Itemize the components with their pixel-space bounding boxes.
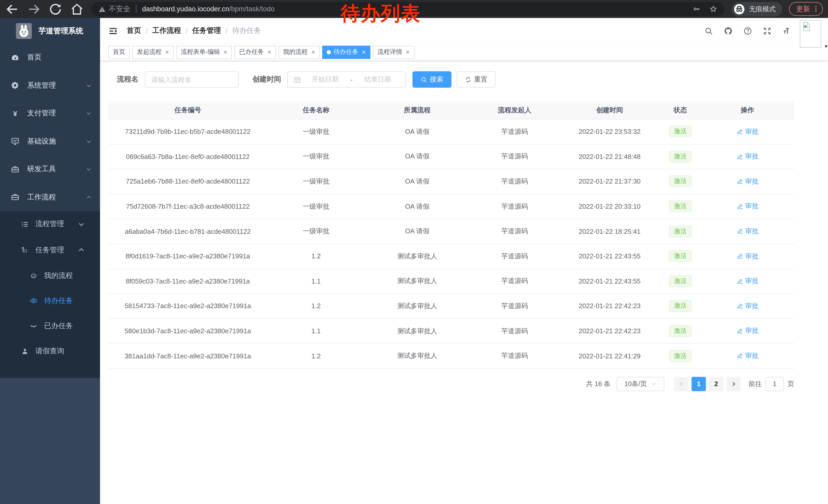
goto-unit: 页	[787, 379, 794, 388]
fullscreen-icon[interactable]	[763, 27, 772, 35]
browser-reload-icon[interactable]	[48, 2, 63, 16]
cell-status: 激活	[660, 176, 701, 187]
sidebar-item-infra[interactable]: 基础设施	[0, 127, 100, 155]
close-tab-icon[interactable]: ×	[165, 49, 169, 55]
cell-task-name: 1.1	[267, 277, 365, 285]
help-icon[interactable]	[743, 27, 752, 35]
avatar-caret-icon[interactable]: ▾	[825, 43, 827, 50]
approve-link-label: 审批	[745, 301, 758, 311]
browser-update-button[interactable]: 更新	[789, 2, 823, 16]
reset-button[interactable]: 重置	[457, 71, 496, 88]
sidebar-item-done-tasks[interactable]: 已办任务	[0, 313, 100, 338]
url-host: dashboard.yudao.iocoder.cn	[142, 5, 229, 13]
browser-back-icon[interactable]	[5, 2, 19, 16]
address-bar[interactable]: 不安全 dashboard.yudao.iocoder.cn/bpm/task/…	[91, 2, 724, 16]
tab-form-edit[interactable]: 流程表单-编辑×	[176, 45, 232, 59]
sidebar-item-system[interactable]: 系统管理	[0, 72, 100, 99]
close-tab-icon[interactable]: ×	[406, 49, 410, 55]
sidebar-item-payment[interactable]: ¥支付管理	[0, 99, 100, 127]
cell-initiator: 芋道源码	[470, 302, 560, 311]
approve-link[interactable]: 审批	[736, 301, 758, 311]
approve-link[interactable]: 审批	[736, 251, 758, 261]
key-icon[interactable]	[693, 5, 701, 13]
tab-my-process[interactable]: 我的流程×	[279, 45, 320, 59]
cell-action: 审批	[701, 351, 794, 361]
close-tab-icon[interactable]: ×	[223, 49, 227, 55]
tab-todo-tasks[interactable]: 待办任务×	[322, 45, 370, 59]
approve-link[interactable]: 审批	[736, 202, 758, 211]
page-button-2[interactable]: 2	[709, 377, 723, 391]
font-size-icon[interactable]	[782, 27, 791, 35]
tab-start-process[interactable]: 发起流程×	[132, 45, 174, 59]
process-name-input[interactable]	[145, 71, 239, 88]
cell-task-id: 8f0d1619-7ac8-11ec-a9e2-a2380e71991a	[108, 253, 267, 260]
cell-status: 激活	[660, 200, 701, 212]
table-header: 任务编号任务名称所属流程流程发起人创建时间状态操作	[108, 101, 794, 120]
app-title: 芋道管理系统	[38, 26, 83, 36]
app-logo-row[interactable]: 芋道管理系统	[0, 18, 100, 44]
sidebar-item-label: 任务管理	[35, 245, 100, 255]
approve-link[interactable]: 审批	[736, 351, 758, 360]
status-badge: 激活	[669, 225, 692, 237]
browser-menu-icon[interactable]	[812, 5, 820, 13]
approve-link[interactable]: 审批	[736, 127, 758, 136]
breadcrumb-item[interactable]: 首页	[127, 26, 141, 35]
breadcrumb-item[interactable]: 工作流程	[152, 26, 181, 35]
star-bookmark-icon[interactable]	[709, 5, 717, 13]
sidebar-item-task-mgmt[interactable]: 任务管理	[0, 237, 100, 263]
browser-toolbar: 不安全 dashboard.yudao.iocoder.cn/bpm/task/…	[0, 0, 828, 18]
approve-link[interactable]: 审批	[736, 177, 758, 186]
search-button[interactable]: 搜索	[412, 71, 451, 88]
chevron-down-icon	[86, 166, 92, 173]
incognito-icon	[734, 3, 745, 15]
sidebar-item-process-mgmt[interactable]: 流程管理	[0, 211, 100, 237]
sidebar-fold-icon[interactable]	[108, 26, 118, 36]
page-size-select[interactable]: 10条/页	[617, 377, 664, 391]
cell-action: 审批	[701, 276, 794, 286]
cell-task-name: 一级审批	[267, 127, 365, 136]
security-warning[interactable]: 不安全	[98, 4, 130, 13]
tab-process-detail[interactable]: 流程详情×	[373, 45, 414, 59]
sidebar-item-devtools[interactable]: 研发工具	[0, 155, 100, 183]
github-icon[interactable]	[724, 27, 733, 35]
sidebar-item-home[interactable]: 首页	[0, 44, 100, 72]
cell-process: OA 请假	[365, 177, 470, 186]
cell-task-name: 一级审批	[267, 202, 365, 211]
close-tab-icon[interactable]: ×	[312, 49, 315, 55]
sidebar-item-leave-query[interactable]: 请假查询	[0, 338, 100, 364]
sidebar-item-label: 已办任务	[44, 321, 100, 330]
prev-page-button[interactable]	[674, 377, 689, 391]
sidebar-item-my-process[interactable]: 我的流程	[0, 263, 100, 288]
refresh-icon	[465, 76, 471, 83]
main-area: 首页/工作流程/任务管理/待办任务 ▾ 首页发起流程×流程表单-编辑×已办任务×…	[100, 18, 828, 504]
cell-process: 测试多审批人	[365, 351, 470, 360]
approve-link[interactable]: 审批	[736, 326, 758, 335]
edit-icon	[736, 278, 743, 284]
approve-link[interactable]: 审批	[736, 152, 758, 161]
search-icon[interactable]	[704, 27, 713, 35]
cell-initiator: 芋道源码	[470, 152, 560, 161]
approve-link[interactable]: 审批	[736, 227, 758, 236]
cell-created-time: 2022-01-21 22:41:29	[560, 352, 659, 360]
page-button-1[interactable]: 1	[692, 377, 706, 391]
sidebar-item-workflow[interactable]: 工作流程	[0, 183, 100, 211]
avatar[interactable]	[800, 20, 821, 48]
goto-page-input[interactable]	[765, 377, 784, 391]
browser-home-icon[interactable]	[70, 2, 84, 16]
cell-action: 审批	[701, 127, 794, 136]
approve-link[interactable]: 审批	[736, 276, 758, 286]
close-tab-icon[interactable]: ×	[267, 49, 271, 55]
cell-created-time: 2022-01-22 21:37:30	[560, 178, 659, 185]
date-range-picker[interactable]: 开始日期 - 结束日期	[287, 71, 406, 88]
tab-home[interactable]: 首页	[108, 45, 130, 59]
breadcrumb-item[interactable]: 任务管理	[192, 26, 221, 35]
create-time-label: 创建时间	[252, 75, 281, 84]
tab-done-tasks[interactable]: 已办任务×	[235, 45, 276, 59]
browser-forward-icon[interactable]	[27, 2, 41, 16]
next-page-button[interactable]	[727, 377, 741, 391]
active-tab-dot	[327, 50, 331, 54]
cell-process: OA 请假	[365, 227, 470, 236]
cell-action: 审批	[701, 152, 794, 161]
close-tab-icon[interactable]: ×	[362, 49, 366, 55]
sidebar-item-todo-tasks[interactable]: 待办任务	[0, 288, 100, 313]
